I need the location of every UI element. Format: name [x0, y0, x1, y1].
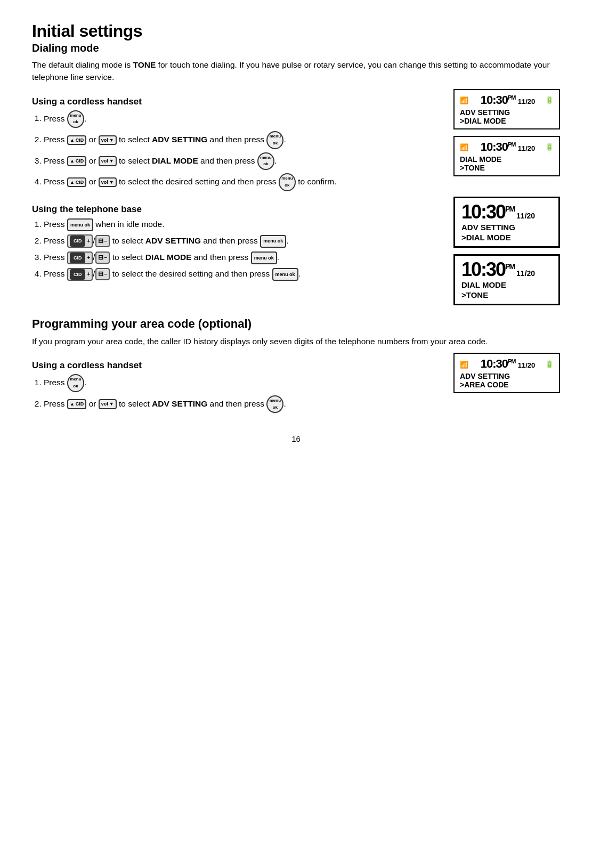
cid-plus-base-1[interactable]: CID + [67, 234, 93, 247]
lcd-time-area: 10:30PM [481, 357, 516, 370]
lcd-handset-dial: 📶 10:30PM 11/20 🔋 DIAL MODE >TONE [453, 136, 560, 176]
cid-plus-base-2[interactable]: CID + [67, 252, 93, 264]
cid-up-button-2[interactable]: ▲CID [67, 156, 86, 166]
lcd-time-base-2: 10:30PM [461, 260, 514, 279]
signal-icon: 📶 [460, 96, 468, 104]
menu-ok-button-3[interactable]: menuok [257, 152, 274, 171]
lcd-line2-2: >TONE [460, 164, 554, 172]
list-item: Press CID + /⊟ − to select DIAL MODE and… [44, 251, 443, 264]
lcd-line1-1: ADV SETTING [460, 108, 554, 117]
menu-ok-button-2[interactable]: menuok [266, 131, 283, 149]
cid-up-area-1[interactable]: ▲CID [67, 399, 86, 409]
lcd-time-1: 10:30PM [481, 93, 516, 107]
signal-icon-2: 📶 [460, 143, 468, 151]
side-panels-area: 📶 10:30PM 11/20 🔋 ADV SETTING >AREA CODE [453, 353, 560, 393]
lcd-handset-area: 📶 10:30PM 11/20 🔋 ADV SETTING >AREA CODE [453, 353, 560, 393]
lcd-handset-adv: 📶 10:30PM 11/20 🔋 ADV SETTING >DIAL MODE [453, 89, 560, 129]
menu-ok-button-4[interactable]: menuok [279, 173, 296, 191]
menu-ok-button-area-1[interactable]: menuok [67, 374, 84, 392]
dial-mode-label-1: DIAL MODE [152, 156, 198, 165]
lcd-line2-base-2: >TONE [461, 290, 552, 299]
tone-bold: TONE [133, 60, 156, 69]
menu-ok-button-1[interactable]: menuok [67, 110, 84, 128]
area-code-heading: Programming your area code (optional) [32, 317, 560, 331]
vol-down-area-1[interactable]: vol▼ [99, 399, 117, 409]
minus-base-2[interactable]: ⊟ − [95, 252, 110, 264]
lcd-date-area: 11/20 [518, 361, 536, 369]
ampm-1: PM [508, 94, 516, 100]
minus-base-3[interactable]: ⊟ − [95, 268, 110, 280]
list-item: Press menuok. [44, 110, 443, 128]
side-panels-base-1: 10:30PM 11/20 ADV SETTING >DIAL MODE 10:… [453, 197, 560, 305]
list-item: Press ▲CID or vol▼ to select DIAL MODE a… [44, 152, 443, 171]
cordless-handset-heading-1: Using a cordless handset [32, 96, 443, 107]
dialing-mode-intro: The default dialing mode is TONE for tou… [32, 59, 560, 84]
menu-ok-base-3[interactable]: menu ok [251, 252, 277, 264]
menu-ok-base-4[interactable]: menu ok [272, 268, 298, 281]
dialing-mode-heading: Dialing mode [32, 42, 560, 54]
cid-label-base-3: CID [70, 269, 86, 280]
side-panels-handset-1: 📶 10:30PM 11/20 🔋 ADV SETTING >DIAL MODE… [453, 89, 560, 176]
cid-up-button-3[interactable]: ▲CID [67, 177, 86, 187]
ampm-2: PM [508, 141, 516, 147]
list-item: Press ▲CID or vol▼ to select ADV SETTING… [44, 395, 443, 413]
lcd-line2-area: >AREA CODE [460, 380, 554, 389]
lcd-base-dial: 10:30PM 11/20 DIAL MODE >TONE [453, 254, 560, 305]
cid-plus-base-3[interactable]: CID + [67, 268, 93, 281]
lcd-time-2: 10:30PM [481, 140, 516, 153]
lcd-line1-2: DIAL MODE [460, 155, 554, 164]
lcd-date-1: 11/20 [518, 98, 536, 106]
ampm-base-2: PM [505, 262, 514, 271]
cordless-steps-list-1: Press menuok. Press ▲CID or vol▼ to sele… [44, 110, 443, 191]
battery-icon-area: 🔋 [545, 360, 554, 368]
adv-setting-base-1: ADV SETTING [145, 236, 201, 245]
adv-setting-label-area: ADV SETTING [152, 399, 207, 408]
lcd-line1-base-1: ADV SETTING [461, 223, 552, 232]
lcd-date-2: 11/20 [518, 144, 536, 152]
lcd-time-base-1: 10:30PM [461, 202, 514, 222]
vol-down-button-1[interactable]: vol▼ [99, 135, 117, 145]
minus-base-1[interactable]: ⊟ − [95, 235, 110, 247]
lcd-line1-area: ADV SETTING [460, 372, 554, 380]
page-number: 16 [32, 434, 560, 443]
lcd-line1-base-2: DIAL MODE [461, 280, 552, 289]
area-code-intro: If you program your area code, the calle… [32, 335, 560, 347]
dial-mode-base-1: DIAL MODE [145, 253, 192, 262]
cordless-steps-list-2: Press menuok. Press ▲CID or vol▼ to sele… [44, 374, 443, 413]
lcd-base-adv: 10:30PM 11/20 ADV SETTING >DIAL MODE [453, 197, 560, 248]
battery-icon-1: 🔋 [545, 96, 554, 104]
list-item: Press ▲CID or vol▼ to select ADV SETTING… [44, 131, 443, 149]
battery-icon-2: 🔋 [545, 143, 554, 151]
base-heading-1: Using the telephone base [32, 204, 443, 215]
list-item: Press CID + /⊟ − to select the desired s… [44, 267, 443, 281]
ampm-area: PM [508, 358, 516, 364]
ampm-base-1: PM [505, 205, 514, 213]
lcd-date-base-2: 11/20 [516, 269, 535, 278]
list-item: Press CID + /⊟ − to select ADV SETTING a… [44, 234, 443, 248]
cid-label-base-1: CID [70, 236, 86, 246]
lcd-line2-base-1: >DIAL MODE [461, 233, 552, 242]
vol-down-button-2[interactable]: vol▼ [99, 156, 117, 166]
page-title: Initial settings [32, 21, 560, 41]
cid-label-base-2: CID [70, 253, 86, 263]
menu-ok-button-area-2[interactable]: menuok [266, 395, 283, 413]
vol-down-button-3[interactable]: vol▼ [99, 177, 117, 187]
base-steps-list-1: Press menu ok when in idle mode. Press C… [44, 218, 443, 281]
lcd-date-base-1: 11/20 [516, 212, 535, 220]
cid-up-button-1[interactable]: ▲CID [67, 135, 86, 145]
list-item: Press menuok. [44, 374, 443, 392]
signal-icon-area: 📶 [460, 361, 468, 369]
list-item: Press ▲CID or vol▼ to select the desired… [44, 173, 443, 191]
menu-ok-base-2[interactable]: menu ok [260, 235, 286, 248]
menu-ok-base-1[interactable]: menu ok [67, 218, 93, 231]
cordless-handset-heading-2: Using a cordless handset [32, 360, 443, 371]
list-item: Press menu ok when in idle mode. [44, 218, 443, 231]
adv-setting-label-1: ADV SETTING [152, 135, 207, 144]
lcd-line2-1: >DIAL MODE [460, 117, 554, 125]
